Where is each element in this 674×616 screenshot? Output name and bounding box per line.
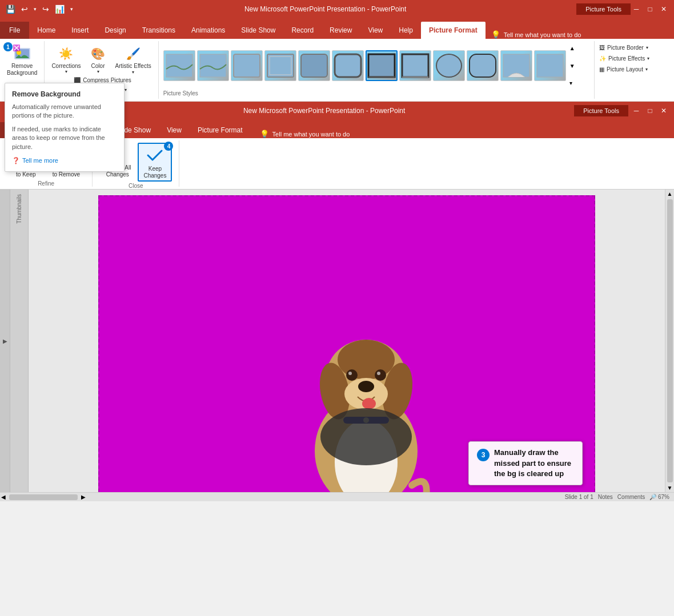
tab-file[interactable]: File (0, 22, 29, 39)
gallery-expand[interactable]: ▾ (569, 80, 575, 86)
style-4[interactable] (264, 50, 296, 81)
scroll-down-icon[interactable]: ▼ (666, 484, 674, 492)
style-6[interactable] (332, 50, 364, 81)
slide-canvas[interactable]: 3 Manually draw the missed part to ensur… (98, 195, 595, 492)
scroll-thumb[interactable] (667, 199, 673, 482)
corrections-button[interactable]: ☀️ Corrections ▾ (49, 43, 83, 75)
style-8[interactable] (399, 50, 431, 81)
tab2-view[interactable]: View (159, 122, 190, 138)
svg-rect-7 (200, 54, 226, 77)
artistic-effects-icon: 🖌️ (124, 45, 142, 63)
color-dropdown-icon[interactable]: ▾ (97, 69, 99, 74)
picture-effects-button[interactable]: ✨ Picture Effects ▾ (597, 54, 672, 63)
undo-icon[interactable]: ↩ (20, 5, 29, 14)
artistic-effects-button[interactable]: 🖌️ Artistic Effects ▾ (113, 43, 154, 76)
ribbon-right-panel: 🖼 Picture Border ▾ ✨ Picture Effects ▾ ▦… (594, 41, 674, 99)
tab-slideshow[interactable]: Slide Show (233, 22, 283, 39)
h-scroll-thumb[interactable] (9, 494, 78, 500)
color-button[interactable]: 🎨 Color ▾ (86, 43, 111, 75)
tab-help[interactable]: Help (391, 22, 421, 39)
thumbnails-label: Thumbnails (16, 194, 22, 224)
tab-animations[interactable]: Animations (183, 22, 233, 39)
minimize-button2[interactable]: ─ (631, 105, 642, 116)
qa-dropdown-icon[interactable]: ▾ (69, 6, 74, 12)
tab-record[interactable]: Record (283, 22, 322, 39)
picture-effects-icon: ✨ (599, 55, 606, 62)
tab-review[interactable]: Review (322, 22, 360, 39)
tab-view[interactable]: View (360, 22, 391, 39)
thumbnail-panel-toggle[interactable]: ▶ (0, 190, 10, 492)
gallery-scroll-up[interactable]: ▲ (569, 45, 575, 51)
window-controls: ─ □ ✕ (631, 3, 669, 15)
notes-btn[interactable]: Notes (598, 494, 613, 500)
scroll-up-icon[interactable]: ▲ (666, 190, 674, 198)
keep-changes-label: KeepChanges (143, 166, 166, 179)
style-1[interactable] (163, 50, 195, 81)
redo-icon[interactable]: ↪ (41, 5, 50, 14)
keep-changes-button[interactable]: 4 KeepChanges (138, 143, 172, 182)
close-button[interactable]: ✕ (658, 3, 669, 15)
remove-background-tooltip: Remove Background Automatically remove u… (5, 83, 125, 172)
tooltip-body1: Automatically remove unwanted portions o… (12, 103, 117, 120)
tab-insert[interactable]: Insert (63, 22, 97, 39)
help-icon: ❓ (12, 157, 20, 164)
app-title: New Microsoft PowerPoint Presentation - … (74, 5, 576, 13)
style-3[interactable] (231, 50, 263, 81)
status-bar: Slide 1 of 1 Notes Comments 🔎 67% (560, 494, 674, 500)
zoom-control[interactable]: 🔎 67% (649, 494, 669, 500)
close-label: Close (129, 182, 143, 189)
style-7[interactable] (366, 50, 398, 81)
picture-effects-label: Picture Effects (608, 55, 645, 62)
minimize-button[interactable]: ─ (631, 3, 642, 15)
svg-rect-8 (234, 54, 260, 77)
picture-border-dropdown[interactable]: ▾ (646, 45, 648, 50)
svg-point-39 (346, 369, 358, 381)
tell-me-bar2[interactable]: 💡 Tell me what you want to do (251, 130, 674, 138)
maximize-button[interactable]: □ (644, 3, 656, 15)
undo-dropdown-icon[interactable]: ▾ (33, 6, 38, 12)
corrections-label: Corrections (51, 63, 81, 69)
picture-layout-button[interactable]: ▦ Picture Layout ▾ (597, 65, 672, 74)
style-5[interactable] (298, 50, 330, 81)
tab2-picture-format[interactable]: Picture Format (190, 122, 251, 138)
save-icon[interactable]: 💾 (5, 5, 17, 14)
gallery-scroll-down[interactable]: ▼ (569, 63, 575, 69)
collapse-arrow-icon: ▶ (3, 338, 7, 344)
artistic-effects-label: Artistic Effects (115, 63, 151, 70)
comments-btn[interactable]: Comments (617, 494, 645, 500)
maximize-button2[interactable]: □ (644, 105, 656, 116)
change-picture-dropdown-icon[interactable]: ▾ (125, 87, 127, 92)
picture-effects-dropdown[interactable]: ▾ (647, 56, 649, 61)
artistic-effects-dropdown-icon[interactable]: ▾ (132, 70, 134, 75)
remove-background-label: RemoveBackground (7, 63, 37, 77)
close-button2[interactable]: ✕ (658, 105, 669, 116)
ribbon-tab-bar: File Home Insert Design Transitions Anim… (0, 18, 674, 39)
present-icon[interactable]: 📊 (54, 5, 66, 14)
remove-background-button[interactable]: 1 RemoveBackground (5, 43, 39, 78)
tell-me-bar[interactable]: 💡 Tell me what you want to do (486, 30, 674, 39)
ribbon-group-picture-styles: ▲ ▼ ▾ Picture Styles (159, 41, 594, 99)
svg-point-42 (377, 372, 380, 375)
scroll-right-icon[interactable]: ▶ (80, 493, 87, 501)
style-9[interactable] (433, 50, 465, 81)
quick-access-toolbar: 💾 ↩ ▾ ↪ 📊 ▾ (5, 5, 74, 14)
picture-layout-icon: ▦ (599, 66, 604, 73)
tab-transitions[interactable]: Transitions (134, 22, 183, 39)
svg-point-17 (436, 54, 462, 77)
picture-border-button[interactable]: 🖼 Picture Border ▾ (597, 43, 672, 52)
corrections-dropdown-icon[interactable]: ▾ (65, 69, 67, 74)
vertical-scrollbar[interactable]: ▲ ▼ (665, 190, 674, 492)
tab-design[interactable]: Design (97, 22, 134, 39)
horizontal-scrollbar[interactable]: ◀ ▶ Slide 1 of 1 Notes Comments 🔎 67% (0, 492, 674, 501)
picture-layout-dropdown[interactable]: ▾ (645, 67, 648, 72)
style-10[interactable] (467, 50, 499, 81)
tell-me-more-link[interactable]: ❓ Tell me more (12, 157, 117, 164)
keep-changes-icon (145, 145, 165, 166)
scroll-left-icon[interactable]: ◀ (0, 493, 7, 501)
tab-picture-format[interactable]: Picture Format (421, 22, 486, 39)
style-2[interactable] (197, 50, 229, 81)
tab-home[interactable]: Home (29, 22, 63, 39)
style-12[interactable] (534, 50, 566, 81)
style-11[interactable] (500, 50, 532, 81)
picture-tools-label2: Picture Tools (574, 105, 628, 116)
